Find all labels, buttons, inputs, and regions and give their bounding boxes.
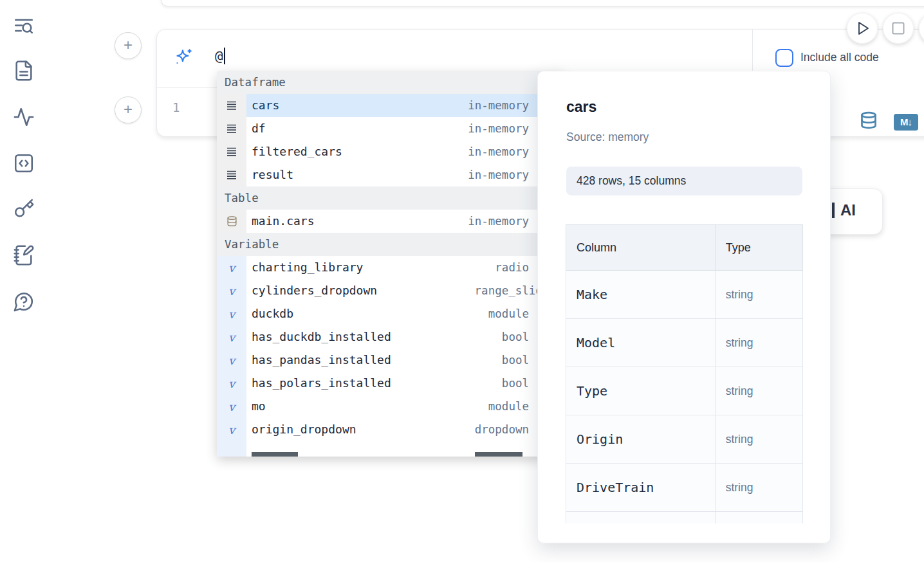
- stop-button[interactable]: [883, 13, 914, 44]
- autocomplete-item-filtered-cars[interactable]: filtered_carsin-memory: [217, 140, 564, 163]
- table-row: DriveTrain string: [566, 464, 803, 512]
- table-row: Origin string: [566, 415, 803, 464]
- column-header: Column: [566, 225, 716, 271]
- autocomplete-item-df[interactable]: dfin-memory: [217, 117, 564, 140]
- section-header-table: Table: [217, 186, 564, 210]
- autocomplete-item-has-polars-installed[interactable]: v has_polars_installedbool: [217, 372, 564, 395]
- variable-icon: [217, 441, 246, 457]
- code-snippets-icon[interactable]: [13, 152, 35, 174]
- autocomplete-item-charting-library[interactable]: v charting_libraryradio: [217, 256, 564, 279]
- add-cell-below-button[interactable]: +: [115, 96, 142, 123]
- dataframe-icon: [217, 117, 246, 140]
- autocomplete-item-origin-dropdown[interactable]: v origin_dropdowndropdown: [217, 418, 564, 441]
- preview-title: cars: [566, 98, 596, 116]
- dataframe-icon: [217, 94, 246, 117]
- preview-source: Source: memory: [566, 131, 649, 144]
- ai-button-label: AI: [840, 201, 856, 219]
- table-row: Type string: [566, 367, 803, 415]
- variable-icon: v: [217, 372, 246, 395]
- table-row-clipped: [566, 512, 803, 524]
- table-row: Make string: [566, 271, 803, 319]
- variable-icon: v: [217, 418, 246, 441]
- key-icon[interactable]: [13, 198, 35, 220]
- autocomplete-item-main-cars[interactable]: main.carsin-memory: [217, 210, 564, 233]
- autocomplete-item-has-pandas-installed[interactable]: v has_pandas_installedbool: [217, 349, 564, 372]
- autocomplete-item-has-duckdb-installed[interactable]: v has_duckdb_installedbool: [217, 325, 564, 349]
- variable-icon: v: [217, 325, 246, 349]
- autocomplete-item-clipped[interactable]: [217, 441, 564, 457]
- variable-icon: v: [217, 395, 246, 418]
- section-header-dataframe: Dataframe: [217, 71, 564, 94]
- variable-icon: v: [217, 256, 246, 279]
- text-caret: [224, 48, 225, 64]
- marimo-notebook: @ Include all code 1 M↓ + + AI Dataframe…: [0, 0, 924, 562]
- ai-sparkle-icon: [172, 47, 194, 69]
- schema-table: Column Type Make string Model string Typ…: [566, 224, 803, 523]
- variable-icon: v: [217, 279, 246, 302]
- file-text-icon[interactable]: [13, 60, 35, 82]
- dataframe-icon: [217, 140, 246, 163]
- clipped-letter-fragment: [832, 203, 835, 218]
- autocomplete-item-duckdb[interactable]: v duckdbmodule: [217, 302, 564, 325]
- dataframe-preview-panel: cars Source: memory 428 rows, 15 columns…: [537, 71, 831, 543]
- variable-icon: v: [217, 302, 246, 325]
- table-header-row: Column Type: [566, 225, 803, 271]
- section-header-variable: Variable: [217, 233, 564, 256]
- autocomplete-item-cars[interactable]: carsin-memory: [217, 94, 564, 117]
- run-cell-button[interactable]: [847, 13, 878, 44]
- activity-icon[interactable]: [13, 106, 35, 128]
- shape-badge: 428 rows, 15 columns: [566, 167, 802, 195]
- prompt-value: @: [215, 49, 223, 64]
- markdown-cell-icon[interactable]: M↓: [894, 114, 918, 131]
- line-number: 1: [172, 100, 180, 114]
- toc-search-icon[interactable]: [13, 15, 35, 37]
- autocomplete-item-cylinders-dropdown[interactable]: v cylinders_dropdownrange_slider: [217, 279, 564, 302]
- database-icon: [217, 210, 246, 233]
- include-all-code-label: Include all code: [800, 51, 879, 64]
- table-row: Model string: [566, 319, 803, 367]
- type-header: Type: [715, 225, 802, 271]
- autocomplete-item-mo[interactable]: v momodule: [217, 395, 564, 418]
- notebook-pen-icon[interactable]: [13, 244, 35, 266]
- autocomplete-item-result[interactable]: resultin-memory: [217, 163, 564, 186]
- dataframe-icon: [217, 163, 246, 186]
- include-all-code-checkbox[interactable]: [775, 49, 793, 67]
- ai-prompt-input[interactable]: @: [215, 48, 225, 64]
- variable-icon: v: [217, 349, 246, 372]
- previous-cell-edge: [161, 0, 924, 6]
- add-cell-above-button[interactable]: +: [115, 32, 142, 59]
- mention-autocomplete: Dataframe carsin-memory dfin-memory filt…: [217, 71, 564, 457]
- help-chat-icon[interactable]: [13, 291, 35, 313]
- sql-cell-icon[interactable]: [860, 110, 878, 131]
